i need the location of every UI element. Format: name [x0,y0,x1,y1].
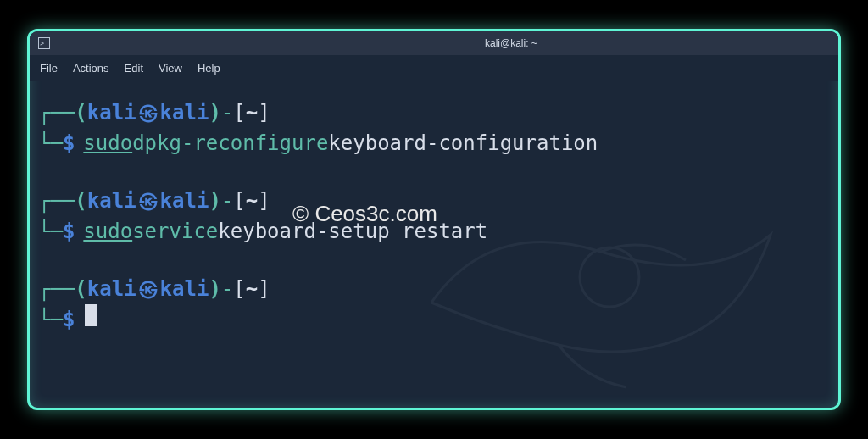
paren-open: ( [75,97,86,128]
sudo-keyword: sudo [83,216,132,247]
dollar-sign: $ [63,216,75,247]
corner-bottom: └─ [38,304,63,335]
command-args: keyboard-setup restart [218,216,487,247]
dollar-sign: $ [63,304,75,335]
terminal-window: >_ kali@kali: ~ File Actions Edit View H… [27,29,841,410]
terminal-body[interactable]: ┌── ( kali ㉿ kali ) - [ ~ ] └─ $ sudo dp… [30,81,838,370]
menu-edit[interactable]: Edit [125,62,143,75]
bracket-open: [ [233,274,245,304]
skull-icon: ㉿ [136,274,160,304]
dash: - [221,186,233,216]
skull-icon: ㉿ [136,186,160,216]
bracket-open: [ [233,97,245,128]
prompt-line-3: ┌── ( kali ㉿ kali ) - [ ~ ] [38,274,830,304]
corner-top: ┌── [38,97,75,128]
prompt-block-2: ┌── ( kali ㉿ kali ) - [ ~ ] └─ $ sudo se… [38,186,830,247]
sudo-keyword: sudo [83,128,132,158]
command-line-1: └─ $ sudo dpkg-reconfigure keyboard-conf… [38,128,830,158]
prompt-host: kali [160,274,209,304]
prompt-path: ~ [246,97,258,128]
prompt-line-1: ┌── ( kali ㉿ kali ) - [ ~ ] [38,97,830,128]
prompt-path: ~ [246,274,258,304]
prompt-block-3: ┌── ( kali ㉿ kali ) - [ ~ ] └─ $ [38,274,830,335]
cursor-block [85,304,97,326]
menu-actions[interactable]: Actions [73,62,109,75]
command-args: keyboard-configuration [328,128,598,158]
bracket-close: ] [258,186,270,216]
command-name: service [132,216,218,247]
menubar: File Actions Edit View Help [30,55,838,81]
corner-top: ┌── [38,274,75,304]
prompt-block-1: ┌── ( kali ㉿ kali ) - [ ~ ] └─ $ sudo dp… [38,97,830,158]
titlebar[interactable]: >_ kali@kali: ~ [30,31,838,55]
menu-view[interactable]: View [159,62,182,75]
prompt-line-2: ┌── ( kali ㉿ kali ) - [ ~ ] [38,186,830,216]
menu-file[interactable]: File [40,62,58,75]
paren-close: ) [209,97,220,128]
command-line-3[interactable]: └─ $ [38,304,830,335]
window-title: kali@kali: ~ [485,37,537,49]
prompt-user: kali [87,274,136,304]
paren-close: ) [209,274,220,304]
prompt-host: kali [160,97,209,128]
bracket-close: ] [258,97,270,128]
skull-icon: ㉿ [136,97,160,128]
dash: - [221,97,233,128]
terminal-icon: >_ [38,37,50,49]
dash: - [221,274,233,304]
corner-bottom: └─ [38,216,63,247]
menu-help[interactable]: Help [198,62,220,75]
bracket-open: [ [233,186,245,216]
prompt-user: kali [87,97,136,128]
bracket-close: ] [258,274,270,304]
prompt-user: kali [87,186,136,216]
command-line-2: └─ $ sudo service keyboard-setup restart [38,216,830,247]
prompt-host: kali [160,186,209,216]
prompt-path: ~ [246,186,258,216]
corner-top: ┌── [38,186,75,216]
paren-close: ) [209,186,220,216]
corner-bottom: └─ [38,128,63,158]
paren-open: ( [75,186,86,216]
paren-open: ( [75,274,86,304]
command-name: dpkg-reconfigure [132,128,328,158]
dollar-sign: $ [63,128,75,158]
